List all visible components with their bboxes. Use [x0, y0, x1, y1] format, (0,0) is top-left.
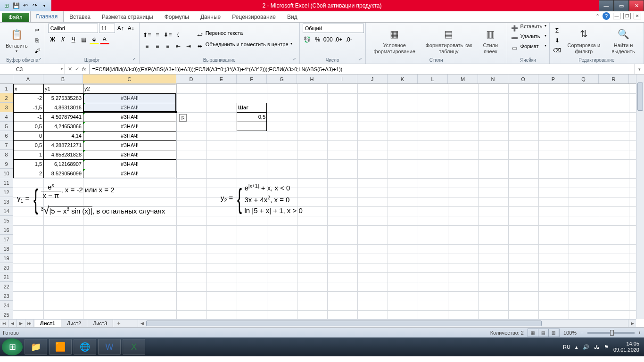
row-header-22[interactable]: 22	[0, 282, 13, 291]
col-header-E[interactable]: E	[206, 74, 237, 83]
row-header-18[interactable]: 18	[0, 244, 13, 254]
row-header-14[interactable]: 14	[0, 206, 13, 216]
tab-insert[interactable]: Вставка	[64, 12, 96, 22]
cell-styles-button[interactable]: ▥Стили ячеек	[477, 25, 504, 55]
col-header-P[interactable]: P	[538, 74, 569, 83]
row-header-3[interactable]: 3	[0, 103, 13, 112]
tab-formulas[interactable]: Формулы	[159, 12, 195, 22]
align-left-icon[interactable]: ≡	[142, 41, 152, 51]
col-header-B[interactable]: B	[43, 74, 83, 83]
cell-A9[interactable]: 1,5	[13, 159, 43, 169]
vertical-scrollbar[interactable]	[636, 74, 644, 319]
window-restore-icon[interactable]: ❐	[623, 13, 631, 19]
zoom-level[interactable]: 100%	[563, 330, 577, 336]
decrease-decimal-icon[interactable]: .0-	[344, 35, 354, 44]
cell-B7[interactable]: 4,288721271	[43, 140, 83, 150]
row-header-6[interactable]: 6	[0, 131, 13, 140]
row-header-20[interactable]: 20	[0, 263, 13, 272]
cell-A10[interactable]: 2	[13, 169, 43, 178]
col-header-G[interactable]: G	[267, 74, 297, 83]
cell-C7[interactable]: #ЗНАЧ!	[83, 140, 176, 150]
taskbar-word-icon[interactable]: W	[98, 339, 121, 355]
col-header-L[interactable]: L	[418, 74, 448, 83]
clipboard-launcher-icon[interactable]: ⤢	[38, 57, 44, 63]
cell-C1[interactable]: y2	[83, 84, 176, 93]
cell-B10[interactable]: 8,529056099	[43, 169, 83, 178]
row-header-8[interactable]: 8	[0, 150, 13, 159]
file-tab[interactable]: Файл	[2, 13, 29, 22]
zoom-slider[interactable]	[587, 332, 635, 334]
cell-A6[interactable]: 0	[13, 131, 43, 140]
font-size-select[interactable]	[99, 24, 115, 33]
col-header-Q[interactable]: Q	[569, 74, 599, 83]
row-header-13[interactable]: 13	[0, 197, 13, 206]
autofill-options-icon[interactable]: ⎘	[179, 114, 187, 122]
font-color-icon[interactable]: A	[100, 35, 109, 44]
sheet-tab-3[interactable]: Лист3	[87, 320, 113, 327]
sheet-nav-prev-icon[interactable]: ◀	[8, 320, 17, 327]
col-header-I[interactable]: I	[327, 74, 357, 83]
cell-A3[interactable]: -1,5	[13, 103, 43, 112]
row-header-2[interactable]: 2	[0, 93, 13, 103]
save-icon[interactable]: 💾	[12, 2, 20, 9]
cell-A2[interactable]: -2	[13, 93, 43, 103]
decrease-indent-icon[interactable]: ⇤	[173, 41, 183, 51]
merge-center-button[interactable]: ⬌Объединить и поместить в центре▾	[195, 41, 292, 51]
tray-lang[interactable]: RU	[563, 344, 570, 350]
col-header-J[interactable]: J	[357, 74, 388, 83]
column-headers[interactable]: ABCDEFGHIJKLMNOPQR	[13, 74, 636, 84]
col-header-D[interactable]: D	[176, 74, 206, 83]
spreadsheet-grid[interactable]: ABCDEFGHIJKLMNOPQR 123456789101112131415…	[0, 74, 644, 327]
cut-icon[interactable]: ✂	[33, 25, 42, 35]
name-box[interactable]: C3	[13, 64, 65, 74]
col-header-R[interactable]: R	[599, 74, 629, 83]
sheet-nav-first-icon[interactable]: ⏮	[0, 320, 8, 327]
tray-clock[interactable]: 14:05 09.01.2020	[613, 341, 639, 353]
enter-formula-icon[interactable]: ✓	[75, 66, 79, 72]
cell-B9[interactable]: 6,12168907	[43, 159, 83, 169]
row-header-4[interactable]: 4	[0, 112, 13, 122]
minimize-button[interactable]: —	[599, 0, 614, 11]
cell-B6[interactable]: 4,14	[43, 131, 83, 140]
close-button[interactable]: ✕	[629, 0, 644, 11]
comma-icon[interactable]: 000	[323, 35, 333, 44]
sort-filter-button[interactable]: ⇅Сортировка и фильтр	[564, 25, 604, 55]
paste-button[interactable]: 📋 Вставить ▾	[3, 26, 31, 55]
number-format-select[interactable]	[303, 24, 364, 33]
window-minimize-icon[interactable]: —	[613, 13, 620, 19]
row-header-7[interactable]: 7	[0, 140, 13, 150]
sheet-nav-last-icon[interactable]: ⏭	[25, 320, 34, 327]
qat-dropdown-icon[interactable]: ▾	[41, 2, 48, 9]
orientation-icon[interactable]: ⤹	[173, 30, 183, 40]
align-top-icon[interactable]: ⬆≡	[142, 30, 152, 40]
cell-B8[interactable]: 4,858281828	[43, 150, 83, 159]
col-header-M[interactable]: M	[448, 74, 478, 83]
border-icon[interactable]: ▦	[79, 35, 89, 44]
increase-decimal-icon[interactable]: .0+	[334, 35, 343, 44]
col-header-C[interactable]: C	[83, 74, 176, 83]
zoom-out-icon[interactable]: −	[580, 330, 583, 336]
currency-icon[interactable]: 💱	[303, 35, 312, 44]
view-page-break-icon[interactable]: ▥	[549, 329, 559, 337]
sheet-tab-1[interactable]: Лист1	[34, 320, 61, 327]
taskbar-explorer-icon[interactable]: 📁	[25, 339, 47, 355]
help-icon[interactable]: ?	[603, 12, 610, 20]
vscroll-thumb[interactable]	[637, 82, 643, 111]
col-header-A[interactable]: A	[13, 74, 43, 83]
align-bottom-icon[interactable]: ⬇≡	[163, 30, 173, 40]
row-header-16[interactable]: 16	[0, 225, 13, 235]
row-header-9[interactable]: 9	[0, 159, 13, 169]
cell-F3[interactable]: Шаг	[237, 103, 267, 112]
col-header-K[interactable]: K	[388, 74, 418, 83]
tray-volume-icon[interactable]: 🔊	[583, 344, 589, 350]
tab-page-layout[interactable]: Разметка страницы	[96, 12, 159, 22]
horizontal-scrollbar[interactable]: ◀ ▶	[138, 320, 636, 327]
cell-C6[interactable]: #ЗНАЧ!	[83, 131, 176, 140]
cell-C8[interactable]: #ЗНАЧ!	[83, 150, 176, 159]
view-normal-icon[interactable]: ▦	[528, 329, 538, 337]
row-header-23[interactable]: 23	[0, 291, 13, 301]
col-header-F[interactable]: F	[237, 74, 267, 83]
maximize-button[interactable]: ▭	[614, 0, 629, 11]
decrease-font-icon[interactable]: A↓	[126, 24, 136, 33]
taskbar-chrome-icon[interactable]: 🌐	[74, 339, 96, 355]
